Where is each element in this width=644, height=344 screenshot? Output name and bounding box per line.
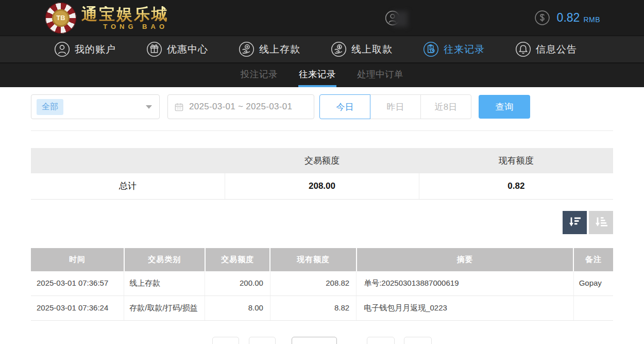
sort-descending-icon (568, 216, 582, 229)
summary-total-row: 总计 208.00 0.82 (31, 173, 613, 199)
cell-note: Gopay (573, 271, 613, 296)
nav-item-deposit[interactable]: 线上存款 (239, 41, 300, 57)
username-redacted (408, 11, 473, 25)
balance-currency: RMB (583, 12, 600, 24)
records-icon (423, 41, 439, 57)
deposit-icon (239, 41, 255, 57)
col-header-time: 时间 (31, 248, 124, 271)
summary-header-empty (31, 148, 225, 173)
pagination-next-button[interactable] (367, 337, 395, 344)
poker-chip-logo-icon: TB (45, 3, 76, 34)
avatar-blur-overlay (393, 11, 408, 27)
content-area: 全部 2025-03-01 ~ 2025-03-01 今日 昨日 近8日 查询 (0, 87, 644, 344)
table-row: 2025-03-01 07:36:57 线上存款 200.00 208.82 单… (31, 271, 613, 296)
user-account-area[interactable] (385, 10, 473, 26)
cell-amount: 200.00 (205, 271, 270, 296)
chevron-down-icon (146, 105, 152, 109)
type-dropdown-selected: 全部 (37, 99, 63, 115)
nav-item-announcements[interactable]: 信息公告 (515, 41, 577, 57)
cell-balance: 8.82 (270, 296, 356, 321)
tab-transaction-records[interactable]: 往来记录 (298, 63, 336, 87)
pagination-first-button[interactable] (212, 337, 239, 344)
col-header-note: 备注 (573, 248, 613, 271)
summary-header-current-balance: 现有额度 (419, 148, 613, 173)
nav-item-label: 我的账户 (75, 43, 116, 56)
col-header-amount: 交易额度 (205, 248, 270, 271)
last-8-days-button[interactable]: 近8日 (420, 94, 471, 119)
tab-betting-records[interactable]: 投注记录 (240, 63, 278, 87)
pagination-last-button[interactable] (404, 337, 432, 344)
nav-item-withdraw[interactable]: 线上取款 (331, 41, 393, 57)
cell-summary: 单号:202503013887000619 (357, 271, 574, 296)
user-icon (54, 41, 70, 57)
site-subtitle: TONG BAO (103, 23, 168, 30)
type-dropdown[interactable]: 全部 (31, 94, 160, 119)
main-nav: 我的账户 优惠中心 线上存款 (0, 36, 644, 62)
logo-text: 通宝娱乐城 TONG BAO (81, 6, 169, 30)
nav-item-label: 线上存款 (259, 43, 300, 56)
pagination (31, 337, 613, 344)
today-button[interactable]: 今日 (319, 94, 370, 119)
cell-time: 2025-03-01 07:36:24 (31, 296, 124, 321)
records-table: 时间 交易类别 交易额度 现有额度 摘要 备注 2025-03-01 07:36… (31, 248, 613, 321)
nav-item-label: 线上取款 (351, 43, 393, 56)
chip-label: TB (52, 9, 70, 27)
cell-note (573, 296, 613, 321)
col-header-summary: 摘要 (357, 248, 574, 271)
transaction-records-page: TB 通宝娱乐城 TONG BAO 0.82 (0, 0, 644, 344)
header-right: 0.82 RMB (385, 10, 600, 26)
summary-header-transaction-amount: 交易额度 (225, 148, 419, 173)
sort-ascending-icon (594, 216, 608, 229)
balance-amount: 0.82 (557, 11, 580, 25)
nav-item-my-account[interactable]: 我的账户 (54, 41, 116, 57)
nav-item-promotions[interactable]: 优惠中心 (146, 41, 208, 57)
site-title: 通宝娱乐城 (81, 6, 169, 22)
summary-total-label: 总计 (31, 173, 225, 199)
nav-item-label: 优惠中心 (167, 43, 208, 56)
cell-time: 2025-03-01 07:36:57 (31, 271, 124, 296)
col-header-type: 交易类别 (124, 248, 205, 271)
sort-descending-button[interactable] (563, 211, 587, 234)
gift-icon (146, 41, 162, 57)
pagination-page-indicator[interactable] (292, 337, 337, 344)
table-row: 2025-03-01 07:36:24 存款/取款/打码/损益 8.00 8.8… (31, 296, 613, 321)
cell-summary: 电子钱包月月返现_0223 (357, 296, 574, 321)
top-header: TB 通宝娱乐城 TONG BAO 0.82 (0, 0, 644, 36)
tab-processing-orders[interactable]: 处理中订单 (357, 63, 404, 87)
date-range-input[interactable]: 2025-03-01 ~ 2025-03-01 (167, 94, 314, 119)
summary-current-balance: 0.82 (419, 173, 613, 199)
cell-balance: 208.82 (270, 271, 356, 296)
cell-type: 存款/取款/打码/损益 (124, 296, 205, 321)
withdraw-icon (331, 41, 347, 57)
sub-nav: 投注记录 往来记录 处理中订单 (0, 62, 644, 87)
summary-table: 交易额度 现有额度 总计 208.00 0.82 (31, 148, 613, 200)
quick-date-buttons: 今日 昨日 近8日 (319, 94, 471, 119)
balance-display[interactable]: 0.82 RMB (534, 10, 600, 26)
sort-controls (31, 211, 613, 234)
site-logo[interactable]: TB 通宝娱乐城 TONG BAO (45, 3, 169, 34)
nav-item-records[interactable]: 往来记录 (423, 41, 485, 57)
pagination-prev-button[interactable] (249, 337, 276, 344)
date-range-value: 2025-03-01 ~ 2025-03-01 (189, 102, 292, 112)
sort-ascending-button[interactable] (589, 211, 613, 234)
nav-item-label: 信息公告 (536, 43, 577, 56)
nav-item-label: 往来记录 (444, 43, 485, 56)
col-header-balance: 现有额度 (270, 248, 356, 271)
search-button[interactable]: 查询 (479, 95, 530, 119)
yesterday-button[interactable]: 昨日 (370, 94, 421, 119)
calendar-icon (174, 102, 184, 112)
filter-row: 全部 2025-03-01 ~ 2025-03-01 今日 昨日 近8日 查询 (31, 94, 613, 119)
records-header-row: 时间 交易类别 交易额度 现有额度 摘要 备注 (31, 248, 613, 271)
dollar-circle-icon (534, 10, 550, 26)
cell-amount: 8.00 (205, 296, 270, 321)
bell-icon (515, 41, 531, 57)
cell-type: 线上存款 (124, 271, 205, 296)
section-divider (31, 130, 613, 131)
summary-transaction-amount: 208.00 (225, 173, 419, 199)
